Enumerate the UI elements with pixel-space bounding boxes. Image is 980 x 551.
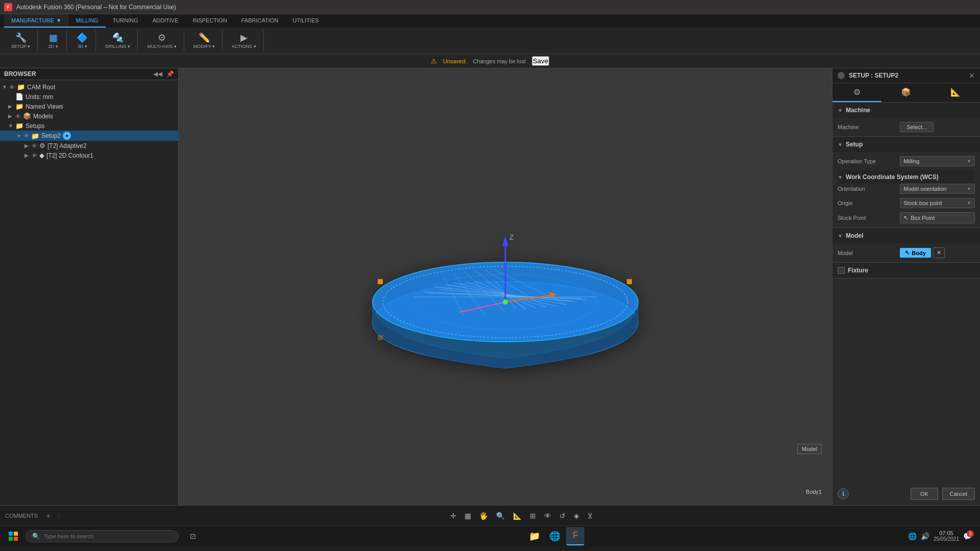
models-label: Models bbox=[33, 113, 53, 120]
modify-btn[interactable]: ✏️ MODIFY ▾ bbox=[190, 31, 218, 51]
operation-type-row: Operation Type Milling ▼ bbox=[838, 156, 975, 166]
setup-btn[interactable]: 🔧 SETUP ▾ bbox=[8, 31, 33, 51]
2d-pocket-btn[interactable]: ▦ 2D ▾ bbox=[44, 31, 62, 51]
drilling-btn[interactable]: 🔩 DRILLING ▾ bbox=[102, 31, 133, 51]
sound-icon[interactable]: 🔊 bbox=[921, 532, 929, 540]
add-comment-icon[interactable]: + bbox=[46, 512, 50, 520]
origin-value: Stock box point bbox=[903, 200, 942, 206]
svg-rect-28 bbox=[378, 279, 383, 284]
ok-button[interactable]: OK bbox=[911, 488, 938, 500]
origin-control: Stock box point ▼ bbox=[900, 198, 975, 208]
fixture-section-header[interactable]: Fixture bbox=[832, 263, 980, 278]
actions-btn[interactable]: ▶ ACTIONS ▾ bbox=[229, 31, 259, 51]
tree-item-models[interactable]: ▶ 👁 📦 Models bbox=[0, 111, 178, 121]
fixture-checkbox[interactable] bbox=[838, 267, 845, 274]
panel-tab-stock[interactable]: 📦 bbox=[881, 83, 930, 102]
wcs-content: Orientation Model orientation ▼ Origin bbox=[838, 184, 975, 223]
origin-dropdown[interactable]: Stock box point ▼ bbox=[900, 198, 975, 208]
eye-icon-models[interactable]: 👁 bbox=[15, 113, 21, 119]
grid-tool[interactable]: ⊞ bbox=[528, 511, 538, 521]
browser-pin-icon[interactable]: 📌 bbox=[166, 70, 174, 78]
orbit-tool[interactable]: 🖐 bbox=[477, 511, 490, 521]
start-button[interactable] bbox=[4, 527, 22, 545]
tree-item-contour1[interactable]: ▶ 👁 ◆ [T2] 2D Contour1 bbox=[0, 151, 178, 160]
search-bar[interactable]: 🔍 bbox=[26, 530, 179, 542]
eye-icon-camroot[interactable]: 👁 bbox=[9, 84, 15, 90]
snap-tool[interactable]: ✛ bbox=[448, 511, 458, 521]
zoom-tool[interactable]: 🔍 bbox=[494, 511, 507, 521]
taskbar-fusion[interactable]: F bbox=[566, 527, 584, 545]
svg-text:Z: Z bbox=[509, 233, 514, 241]
model-body-button[interactable]: ↖ Body bbox=[900, 248, 931, 258]
manufacture-dropdown[interactable]: MANUFACTURE ▼ bbox=[4, 14, 69, 28]
file-explorer-icon: 📁 bbox=[529, 531, 540, 542]
model-section-header[interactable]: ▼ Model bbox=[832, 228, 980, 243]
notification-center[interactable]: 💬 3 bbox=[963, 532, 972, 540]
stock-point-input[interactable]: ↖ Box Point bbox=[900, 212, 975, 223]
orientation-dropdown[interactable]: Model orientation ▼ bbox=[900, 184, 975, 194]
operation-type-arrow: ▼ bbox=[967, 159, 971, 164]
display-tool[interactable]: ▦ bbox=[462, 511, 473, 521]
view-tool[interactable]: 👁 bbox=[542, 511, 553, 521]
tree-item-setup2[interactable]: ▼ 👁 📁 Setup2 ● bbox=[0, 131, 178, 141]
model-row: Model ↖ Body ✕ bbox=[838, 247, 975, 258]
operation-type-dropdown[interactable]: Milling ▼ bbox=[900, 156, 975, 166]
model-control: ↖ Body ✕ bbox=[900, 247, 975, 258]
3d-btn[interactable]: 🔷 3D ▾ bbox=[73, 31, 91, 51]
setup-collapse-arrow: ▼ bbox=[838, 142, 843, 147]
tree-item-namedviews[interactable]: ▶ 📁 Named Views bbox=[0, 102, 178, 111]
multiaxis-btn[interactable]: ⚙ MULTI-AXIS ▾ bbox=[144, 31, 179, 51]
info-button[interactable]: ℹ bbox=[838, 488, 849, 499]
machine-section-header[interactable]: ▼ Machine bbox=[832, 103, 980, 118]
network-icon[interactable]: 🌐 bbox=[908, 532, 917, 540]
adaptive2-label: [T2] Adaptive2 bbox=[47, 142, 87, 149]
main-layout: BROWSER ◀◀ 📌 ▼ 👁 📁 CAM Root 📄 Units: mm … bbox=[0, 68, 980, 505]
panel-tab-setup[interactable]: ⚙ bbox=[832, 83, 881, 102]
browser-collapse-icon[interactable]: ◀◀ bbox=[153, 70, 162, 78]
stock-point-cursor-icon: ↖ bbox=[903, 214, 909, 221]
taskbar-chrome[interactable]: 🌐 bbox=[546, 527, 564, 545]
tree-item-adaptive2[interactable]: ▶ 👁 ⚙ [T2] Adaptive2 bbox=[0, 141, 178, 151]
app-icon: F bbox=[4, 3, 12, 11]
bottom-bar-tools: ✛ ▦ 🖐 🔍 📐 ⊞ 👁 ↺ ◈ ⊻ bbox=[68, 511, 975, 521]
stock-point-row: Stock Point ↖ Box Point bbox=[838, 212, 975, 223]
wcs-header[interactable]: ▼ Work Coordinate System (WCS) bbox=[838, 170, 975, 184]
tree-item-units[interactable]: 📄 Units: mm bbox=[0, 92, 178, 102]
tab-fabrication[interactable]: FABRICATION bbox=[234, 14, 286, 28]
material-tool[interactable]: ◈ bbox=[572, 511, 581, 521]
stock-point-control: ↖ Box Point bbox=[900, 212, 975, 223]
viewport[interactable]: Z Model Body1 bbox=[179, 68, 832, 505]
tab-utilities[interactable]: UTILITIES bbox=[285, 14, 326, 28]
panel-tab-sizes[interactable]: 📐 bbox=[931, 83, 980, 102]
refresh-tool[interactable]: ↺ bbox=[557, 511, 568, 521]
panel-close-button[interactable]: ✕ bbox=[969, 71, 975, 80]
machine-select-btn[interactable]: Select... bbox=[900, 122, 934, 132]
model-remove-button[interactable]: ✕ bbox=[933, 247, 945, 258]
filter-tool[interactable]: ⊻ bbox=[585, 511, 595, 521]
taskbar-file-explorer[interactable]: 📁 bbox=[525, 527, 544, 545]
search-input[interactable] bbox=[44, 533, 156, 539]
tree-item-setups[interactable]: ▼ 📁 Setups bbox=[0, 121, 178, 131]
eye-icon-contour[interactable]: 👁 bbox=[32, 153, 37, 159]
tree-item-camroot[interactable]: ▼ 👁 📁 CAM Root bbox=[0, 82, 178, 92]
title-bar: F Autodesk Fusion 360 (Personal – Not fo… bbox=[0, 0, 980, 14]
tab-turning[interactable]: TURNING bbox=[106, 14, 145, 28]
origin-arrow: ▼ bbox=[967, 201, 971, 206]
contour1-label: [T2] 2D Contour1 bbox=[46, 152, 93, 159]
eye-icon-adaptive[interactable]: 👁 bbox=[32, 143, 37, 149]
setup-section-header[interactable]: ▼ Setup bbox=[832, 137, 980, 152]
model-row-label: Model bbox=[838, 250, 900, 256]
measure-tool[interactable]: 📐 bbox=[511, 511, 524, 521]
system-clock[interactable]: 07:05 25/05/2021 bbox=[934, 530, 959, 542]
tab-inspection[interactable]: INSPECTION bbox=[185, 14, 234, 28]
operation-type-value: Milling bbox=[903, 158, 919, 164]
drilling-icon: 🔩 bbox=[112, 32, 124, 43]
save-button[interactable]: Save bbox=[532, 56, 549, 66]
task-view-button[interactable]: ⊡ bbox=[184, 527, 202, 545]
unsaved-bar: ⚠ Unsaved: Changes may be lost Save bbox=[0, 54, 980, 68]
browser-tree: ▼ 👁 📁 CAM Root 📄 Units: mm ▶ 📁 Named Vie… bbox=[0, 80, 178, 505]
eye-icon-setup2[interactable]: 👁 bbox=[23, 133, 29, 139]
tab-additive[interactable]: ADDITIVE bbox=[145, 14, 186, 28]
tab-milling[interactable]: MILLING bbox=[69, 14, 106, 28]
cancel-button[interactable]: Cancel bbox=[942, 488, 975, 500]
